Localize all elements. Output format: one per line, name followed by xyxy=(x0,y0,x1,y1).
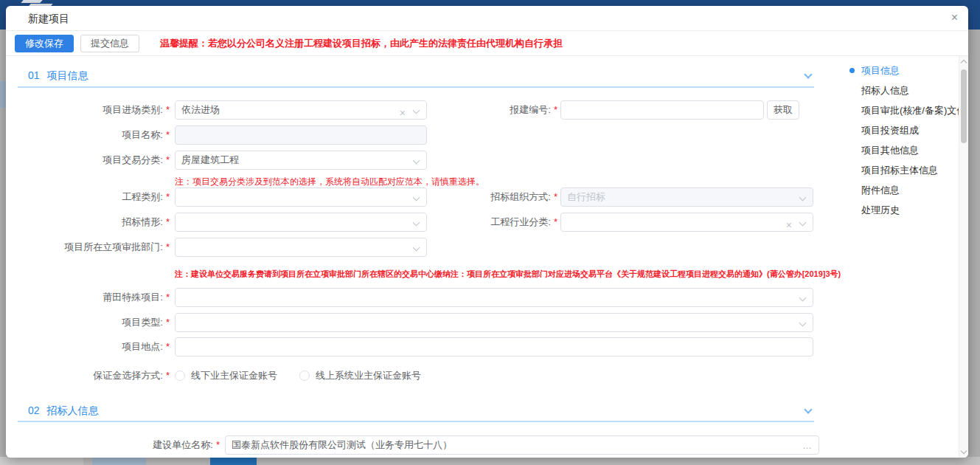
section1-header[interactable]: 01项目信息 xyxy=(28,69,88,83)
screen: 新建项目 × 修改保存 提交信息 温馨提醒：若您以分公司名义注册工程建设项目招标… xyxy=(0,0,980,465)
scrollbar-thumb[interactable] xyxy=(961,69,967,143)
bid-case-label: 招标情形:* xyxy=(6,213,170,232)
section2-title: 招标人信息 xyxy=(47,404,99,416)
scroll-down-icon[interactable] xyxy=(961,448,967,454)
clear-icon[interactable]: × xyxy=(786,216,792,232)
trade-class-select[interactable]: 房屋建筑工程 xyxy=(175,151,427,170)
chevron-down-icon xyxy=(799,294,807,302)
org-mode-select: 自行招标 xyxy=(560,187,813,207)
new-project-dialog: 新建项目 × 修改保存 提交信息 温馨提醒：若您以分公司名义注册工程建设项目招标… xyxy=(6,6,968,458)
deposit-method-options: 线下业主保证金账号 线上系统业主保证金账号 xyxy=(175,366,421,385)
dialog-toolbar: 修改保存 提交信息 温馨提醒：若您以分公司名义注册工程建设项目招标，由此产生的法… xyxy=(6,31,968,56)
project-name-label: 项目名称:* xyxy=(6,125,170,145)
online-deposit-radio[interactable] xyxy=(299,371,310,381)
section2-header[interactable]: 02招标人信息 xyxy=(28,404,99,418)
background-bottom-bar xyxy=(0,457,980,465)
nav-item-tenderer-info[interactable]: 招标人信息 xyxy=(847,80,957,100)
close-icon[interactable]: × xyxy=(951,11,958,24)
warning-text: 温馨提醒：若您以分公司名义注册工程建设项目招标，由此产生的法律责任由代理机构自行… xyxy=(160,37,563,50)
deposit-method-label: 保证金选择方式:* xyxy=(6,366,170,385)
background-right-fragment xyxy=(968,30,980,465)
report-no-label: 报建编号:* xyxy=(389,100,557,120)
project-type-select[interactable] xyxy=(175,313,813,332)
chevron-down-icon xyxy=(413,157,420,165)
org-mode-label: 招标组织方式:* xyxy=(389,187,557,207)
trade-class-label: 项目交易分类:* xyxy=(6,151,170,170)
background-bottom-button-blue xyxy=(210,457,257,465)
nav-item-history[interactable]: 处理历史 xyxy=(847,200,957,220)
project-type-label: 项目类型:* xyxy=(6,313,170,332)
dialog-titlebar: 新建项目 × xyxy=(6,6,968,31)
section2-number: 02 xyxy=(28,404,40,416)
dialog-title: 新建项目 xyxy=(28,13,69,26)
location-input[interactable] xyxy=(175,337,813,356)
builder-name-input[interactable]: 国泰新点软件股份有限公司测试（业务专用七十八） … xyxy=(225,435,819,455)
fetch-button[interactable]: 获取 xyxy=(767,100,799,120)
section2-collapse-icon[interactable] xyxy=(804,405,812,413)
putian-special-select[interactable] xyxy=(175,288,813,307)
chevron-down-icon xyxy=(799,194,807,202)
report-no-input[interactable] xyxy=(560,100,764,120)
industry-class-label: 工程行业分类:* xyxy=(389,213,557,232)
more-icon[interactable]: … xyxy=(802,436,813,455)
section1-divider xyxy=(18,86,814,88)
save-button[interactable]: 修改保存 xyxy=(15,35,74,52)
industry-class-select[interactable]: × xyxy=(560,213,813,232)
background-bottom-button-light xyxy=(92,457,146,465)
location-label: 项目地点:* xyxy=(6,337,170,356)
eng-class-label: 工程类别:* xyxy=(6,187,170,207)
nav-item-project-info[interactable]: 项目信息 xyxy=(847,61,957,80)
scroll-up-icon[interactable] xyxy=(961,60,967,66)
builder-name-label: 建设单位名称:* xyxy=(6,435,220,455)
nav-item-bid-subject[interactable]: 项目招标主体信息 xyxy=(847,160,957,180)
nav-item-approval-files[interactable]: 项目审批(核准/备案)文件 xyxy=(847,100,957,120)
approve-dept-select[interactable] xyxy=(175,238,427,257)
chevron-down-icon xyxy=(413,244,420,252)
section1-number: 01 xyxy=(28,69,40,81)
active-bullet-icon xyxy=(849,68,855,73)
background-bottom-segment xyxy=(0,457,83,465)
chevron-down-icon xyxy=(799,320,807,327)
project-name-input xyxy=(175,125,427,145)
offline-deposit-radio[interactable] xyxy=(175,371,185,381)
nav-item-other-info[interactable]: 项目其他信息 xyxy=(847,140,957,160)
nav-item-investment[interactable]: 项目投资组成 xyxy=(847,120,957,140)
offline-deposit-option[interactable]: 线下业主保证金账号 xyxy=(191,369,277,382)
submit-button[interactable]: 提交信息 xyxy=(80,35,139,52)
chevron-down-icon xyxy=(799,219,807,227)
online-deposit-option[interactable]: 线上系统业主保证金账号 xyxy=(316,369,421,382)
approve-dept-note: 注：建设单位交易服务费请到项目所在立项审批部门所在辖区的交易中心缴纳注：项目所在… xyxy=(175,269,841,280)
putian-special-label: 莆田特殊项目:* xyxy=(6,288,170,307)
section1-title: 项目信息 xyxy=(47,69,88,81)
anchor-nav: 项目信息 招标人信息 项目审批(核准/备案)文件 项目投资组成 项目其他信息 项… xyxy=(847,61,957,220)
section2-divider xyxy=(18,421,814,422)
dialog-body: 01项目信息 项目进场类别:* 依法进场 × 报建编号:* 获取 项目名称:* xyxy=(6,56,968,458)
approve-dept-label: 项目所在立项审批部门:* xyxy=(6,238,170,257)
body-scrollbar[interactable] xyxy=(959,56,968,458)
section1-collapse-icon[interactable] xyxy=(804,70,812,78)
trade-class-note: 注：项目交易分类涉及到范本的选择，系统将自动匹配对应范本，请慎重选择。 xyxy=(175,176,484,188)
entry-type-label: 项目进场类别:* xyxy=(6,100,170,120)
nav-item-attachments[interactable]: 附件信息 xyxy=(847,180,957,200)
background-left-fragment xyxy=(0,81,6,108)
